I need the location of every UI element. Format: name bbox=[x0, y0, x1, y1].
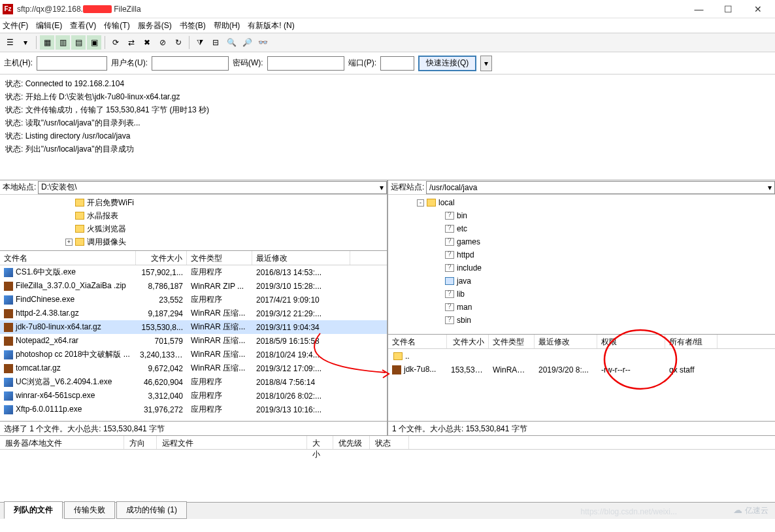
local-file-list[interactable]: CS1.6中文版.exe157,902,1...应用程序2016/8/13 14… bbox=[0, 265, 387, 421]
file-row[interactable]: jdk-7u8...153,530,...WinRAR ...2019/3/20… bbox=[388, 363, 775, 376]
close-button[interactable]: ✕ bbox=[743, 1, 772, 18]
file-row[interactable]: FindChinese.exe23,552应用程序2017/4/21 9:09:… bbox=[0, 293, 387, 307]
queue-body[interactable] bbox=[0, 450, 775, 502]
dropdown-icon[interactable]: ▾ bbox=[18, 35, 33, 50]
tree-item[interactable]: sbin bbox=[388, 314, 775, 327]
local-tree[interactable]: 开启免费WiFi水晶报表火狐浏览器+调用摄像头 bbox=[0, 195, 387, 251]
file-row[interactable]: Xftp-6.0.0111p.exe31,976,272应用程序2019/3/1… bbox=[0, 403, 387, 416]
col-size[interactable]: 文件大小 bbox=[136, 251, 187, 265]
tab-queued[interactable]: 列队的文件 bbox=[4, 501, 63, 519]
remote-path-input[interactable]: /usr/local/java▾ bbox=[426, 181, 775, 194]
menu-file[interactable]: 文件(F) bbox=[3, 20, 28, 31]
title-bar: Fz sftp://qx@192.168. FileZilla — ☐ ✕ bbox=[0, 0, 775, 18]
queue-col-direction[interactable]: 方向 bbox=[124, 436, 157, 449]
port-label: 端口(P): bbox=[348, 58, 376, 69]
tree-item[interactable]: include bbox=[388, 261, 775, 274]
file-row[interactable]: UC浏览器_V6.2.4094.1.exe46,620,904应用程序2018/… bbox=[0, 375, 387, 389]
maximize-button[interactable]: ☐ bbox=[714, 1, 743, 18]
tree-item[interactable]: java bbox=[388, 274, 775, 288]
tab-failed[interactable]: 传输失败 bbox=[64, 501, 115, 519]
toggle-queue-icon[interactable]: ▣ bbox=[87, 35, 101, 50]
message-log[interactable]: 状态: Connected to 192.168.2.104 状态: 开始上传 … bbox=[0, 75, 775, 180]
file-row[interactable]: Notepad2_x64.rar701,579WinRAR 压缩...2018/… bbox=[0, 334, 387, 348]
tree-item[interactable]: lib bbox=[388, 288, 775, 301]
tree-item[interactable]: man bbox=[388, 301, 775, 314]
tree-item[interactable]: +调用摄像头 bbox=[0, 235, 387, 248]
menu-edit[interactable]: 编辑(E) bbox=[36, 20, 62, 31]
col-name[interactable]: 文件名 bbox=[388, 335, 447, 348]
file-row[interactable]: httpd-2.4.38.tar.gz9,187,294WinRAR 压缩...… bbox=[0, 307, 387, 320]
queue-col-server[interactable]: 服务器/本地文件 bbox=[0, 436, 124, 449]
tab-success[interactable]: 成功的传输 (1) bbox=[116, 501, 187, 519]
pass-input[interactable] bbox=[267, 56, 344, 71]
user-input[interactable] bbox=[152, 56, 229, 71]
search-icon[interactable]: 🔎 bbox=[240, 35, 254, 50]
file-row[interactable]: tomcat.tar.gz9,672,042WinRAR 压缩...2019/3… bbox=[0, 361, 387, 375]
tree-item[interactable]: 开启免费WiFi bbox=[0, 196, 387, 209]
local-site-label: 本地站点: bbox=[0, 182, 38, 193]
tree-item[interactable]: -local bbox=[388, 196, 775, 209]
toggle-remote-tree-icon[interactable]: ▤ bbox=[71, 35, 86, 50]
log-line: 状态: Connected to 192.168.2.104 bbox=[5, 77, 770, 90]
col-owner[interactable]: 所有者/组 bbox=[665, 335, 717, 348]
log-line: 状态: 文件传输成功，传输了 153,530,841 字节 (用时13 秒) bbox=[5, 103, 770, 116]
remote-file-list[interactable]: ..jdk-7u8...153,530,...WinRAR ...2019/3/… bbox=[388, 349, 775, 421]
quickconnect-button[interactable]: 快速连接(Q) bbox=[418, 56, 476, 71]
compare-icon[interactable]: ⊟ bbox=[208, 35, 223, 50]
toggle-log-icon[interactable]: ▦ bbox=[40, 35, 54, 50]
file-row[interactable]: CS1.6中文版.exe157,902,1...应用程序2016/8/13 14… bbox=[0, 265, 387, 279]
col-type[interactable]: 文件类型 bbox=[187, 251, 252, 265]
quickconnect-dropdown[interactable]: ▾ bbox=[480, 56, 492, 71]
remote-tree[interactable]: -localbinetcgameshttpdincludejavalibmans… bbox=[388, 195, 775, 335]
process-queue-icon[interactable]: ⇄ bbox=[124, 35, 139, 50]
file-row[interactable]: jdk-7u80-linux-x64.tar.gz153,530,8...Win… bbox=[0, 320, 387, 334]
file-row[interactable]: winrar-x64-561scp.exe3,312,040应用程序2018/1… bbox=[0, 389, 387, 403]
col-date[interactable]: 最近修改 bbox=[252, 251, 350, 265]
tree-item[interactable]: bin bbox=[388, 209, 775, 222]
disconnect-icon[interactable]: ⊘ bbox=[156, 35, 170, 50]
col-perm[interactable]: 权限 bbox=[597, 335, 665, 348]
local-path-input[interactable]: D:\安装包\▾ bbox=[38, 181, 387, 194]
menu-bookmarks[interactable]: 书签(B) bbox=[180, 20, 206, 31]
queue-col-remote[interactable]: 远程文件 bbox=[157, 436, 307, 449]
menu-server[interactable]: 服务器(S) bbox=[138, 20, 172, 31]
minimize-button[interactable]: — bbox=[684, 1, 714, 18]
tree-item[interactable]: etc bbox=[388, 222, 775, 235]
sitemanager-icon[interactable]: ☰ bbox=[3, 35, 17, 50]
reconnect-icon[interactable]: ↻ bbox=[171, 35, 186, 50]
remote-pane: 远程站点: /usr/local/java▾ -localbinetcgames… bbox=[388, 180, 775, 435]
tree-item[interactable]: 火狐浏览器 bbox=[0, 222, 387, 235]
sync-browse-icon[interactable]: 🔍 bbox=[224, 35, 239, 50]
col-type[interactable]: 文件类型 bbox=[489, 335, 535, 348]
port-input[interactable] bbox=[380, 56, 414, 71]
col-date[interactable]: 最近修改 bbox=[535, 335, 597, 348]
menu-view[interactable]: 查看(V) bbox=[70, 20, 96, 31]
toggle-tree-icon[interactable]: ▥ bbox=[56, 35, 70, 50]
file-row[interactable]: photoshop cc 2018中文破解版 ...3,240,133,...W… bbox=[0, 348, 387, 361]
menu-help[interactable]: 帮助(H) bbox=[214, 20, 240, 31]
tree-item[interactable]: games bbox=[388, 235, 775, 248]
filter-icon[interactable]: ⧩ bbox=[193, 35, 207, 50]
host-label: 主机(H): bbox=[4, 58, 33, 69]
host-input[interactable] bbox=[37, 56, 107, 71]
redacted-ip bbox=[83, 5, 112, 13]
menu-bar: 文件(F) 编辑(E) 查看(V) 传输(T) 服务器(S) 书签(B) 帮助(… bbox=[0, 18, 775, 33]
log-line: 状态: 开始上传 D:\安装包\jdk-7u80-linux-x64.tar.g… bbox=[5, 90, 770, 103]
quickconnect-bar: 主机(H): 用户名(U): 密码(W): 端口(P): 快速连接(Q) ▾ bbox=[0, 52, 775, 75]
queue-col-size[interactable]: 大小 bbox=[307, 436, 333, 449]
col-size[interactable]: 文件大小 bbox=[447, 335, 489, 348]
menu-transfer[interactable]: 传输(T) bbox=[104, 20, 129, 31]
file-row[interactable]: .. bbox=[388, 349, 775, 363]
menu-update[interactable]: 有新版本! (N) bbox=[248, 20, 294, 31]
refresh-icon[interactable]: ⟳ bbox=[108, 35, 123, 50]
tree-item[interactable]: 水晶报表 bbox=[0, 209, 387, 222]
queue-col-status[interactable]: 状态 bbox=[370, 436, 409, 449]
file-row[interactable]: FileZilla_3.37.0.0_XiaZaiBa .zip8,786,18… bbox=[0, 279, 387, 293]
remote-file-header: 文件名 文件大小 文件类型 最近修改 权限 所有者/组 bbox=[388, 335, 775, 349]
col-name[interactable]: 文件名 bbox=[0, 251, 136, 265]
binoculars-icon[interactable]: 👓 bbox=[256, 35, 270, 50]
queue-col-priority[interactable]: 优先级 bbox=[333, 436, 370, 449]
tree-item[interactable]: httpd bbox=[388, 248, 775, 261]
local-pane: 本地站点: D:\安装包\▾ 开启免费WiFi水晶报表火狐浏览器+调用摄像头 文… bbox=[0, 180, 388, 435]
cancel-icon[interactable]: ✖ bbox=[140, 35, 154, 50]
